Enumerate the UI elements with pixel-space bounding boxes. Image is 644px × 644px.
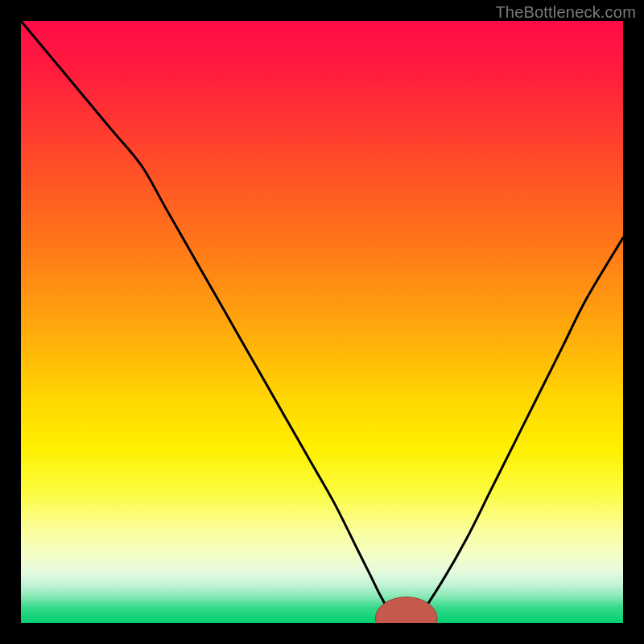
- attribution-text: TheBottleneck.com: [495, 3, 636, 22]
- chart-frame: TheBottleneck.com: [0, 0, 644, 644]
- chart-plot-area: [21, 21, 623, 623]
